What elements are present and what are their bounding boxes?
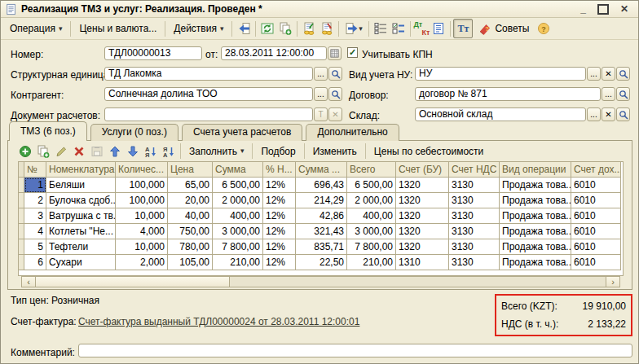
- kpn-checkbox-label[interactable]: Учитывать КПН: [362, 49, 433, 60]
- column-header[interactable]: Счет (БУ): [396, 162, 449, 178]
- table-cell[interactable]: Тефтели: [46, 239, 116, 255]
- actions-menu-button[interactable]: Действия ▾: [168, 20, 229, 37]
- clear-icon[interactable]: ✕: [328, 107, 342, 121]
- change-button[interactable]: Изменить: [307, 144, 363, 159]
- prices-currency-button[interactable]: Цены и валюта...: [73, 20, 162, 37]
- table-cell[interactable]: 2 000,00: [347, 193, 396, 208]
- column-header[interactable]: Номенклатура: [46, 162, 116, 178]
- tab-settlement-accounts[interactable]: Счета учета расчетов: [182, 124, 302, 141]
- minimize-icon[interactable]: _: [580, 5, 586, 13]
- table-cell[interactable]: Котлеты "Не...: [46, 224, 116, 239]
- table-cell[interactable]: 400,00: [347, 208, 396, 224]
- table-cell[interactable]: Булочка сдоб...: [46, 193, 116, 208]
- table-cell[interactable]: 12%: [263, 208, 296, 224]
- tips-button[interactable]: ? Советы: [473, 20, 535, 37]
- close-icon[interactable]: ✕: [620, 5, 628, 13]
- table-cell[interactable]: 1310: [396, 255, 449, 270]
- column-header[interactable]: Сумма ...: [296, 162, 347, 178]
- tab-tmz[interactable]: ТМЗ (6 поз.): [9, 121, 87, 141]
- table-cell[interactable]: Продажа това...: [500, 239, 571, 255]
- table-cell[interactable]: 210,00: [347, 255, 396, 270]
- table-cell[interactable]: 40,00: [168, 208, 213, 224]
- tab-services[interactable]: Услуги (0 поз.): [90, 124, 178, 141]
- table-cell[interactable]: 100,000: [116, 193, 168, 208]
- report-icon[interactable]: [430, 20, 447, 37]
- pick-button[interactable]: Подбор: [255, 144, 301, 159]
- table-cell[interactable]: 12%: [263, 193, 296, 208]
- settings-list-icon[interactable]: [390, 20, 408, 37]
- settlement-doc-field[interactable]: [104, 107, 313, 121]
- column-header[interactable]: №: [24, 162, 46, 178]
- magnifier-icon[interactable]: [616, 107, 630, 121]
- table-row[interactable]: 6Сухари2,000105,00210,0012%22,50210,0013…: [19, 255, 623, 270]
- table-cell[interactable]: 750,00: [168, 224, 213, 239]
- move-up-icon[interactable]: [106, 143, 124, 160]
- table-cell[interactable]: 7 800,00: [213, 239, 263, 255]
- table-cell[interactable]: 3130: [449, 224, 500, 239]
- table-cell[interactable]: 6010: [571, 193, 621, 208]
- table-cell[interactable]: Продажа това...: [500, 255, 571, 270]
- tab-additional[interactable]: Дополнительно: [306, 124, 399, 141]
- type-select-icon[interactable]: T: [314, 107, 328, 121]
- table-cell[interactable]: Продажа това...: [500, 224, 571, 239]
- comment-field[interactable]: [78, 344, 632, 357]
- table-cell[interactable]: 1320: [396, 224, 449, 239]
- invoice-link[interactable]: Счет-фактура выданный ТДЛ00000024 от 28.…: [78, 316, 359, 327]
- column-header[interactable]: Количес...: [116, 162, 168, 178]
- column-header[interactable]: % Н...: [263, 162, 296, 178]
- calendar-icon[interactable]: [328, 46, 342, 60]
- date-field[interactable]: 28.03.2011 12:00:00: [221, 46, 327, 60]
- table-cell[interactable]: 6010: [571, 255, 621, 270]
- post-document-icon[interactable]: [258, 20, 276, 37]
- table-cell[interactable]: 1320: [396, 193, 449, 208]
- table-cell[interactable]: 2,000: [116, 255, 168, 270]
- magnifier-icon[interactable]: [616, 87, 630, 101]
- table-cell[interactable]: 3130: [449, 239, 500, 255]
- table-cell[interactable]: 3130: [449, 208, 500, 224]
- table-cell[interactable]: 12%: [263, 239, 296, 255]
- table-cell[interactable]: 65,00: [168, 178, 213, 193]
- table-row[interactable]: 5Тефтели10,000780,007 800,0012%835,717 8…: [19, 239, 623, 255]
- kpn-checkbox[interactable]: ✓: [347, 47, 358, 58]
- table-cell[interactable]: 20,00: [168, 193, 213, 208]
- table-cell[interactable]: 12%: [263, 224, 296, 239]
- copy-row-icon[interactable]: [34, 143, 52, 160]
- enter-on-basis-icon[interactable]: [300, 20, 318, 37]
- table-cell[interactable]: 6010: [571, 239, 621, 255]
- scroll-right-icon[interactable]: ›: [606, 277, 619, 287]
- table-cell[interactable]: 3130: [449, 178, 500, 193]
- magnifier-icon[interactable]: [616, 67, 630, 81]
- table-cell[interactable]: 6 500,00: [347, 178, 396, 193]
- table-cell[interactable]: 4,000: [116, 224, 168, 239]
- table-cell[interactable]: Ватрушка с тв...: [46, 208, 116, 224]
- scroll-left-icon[interactable]: ‹: [22, 277, 36, 287]
- row-number-cell[interactable]: 4: [24, 224, 46, 239]
- table-cell[interactable]: 6 500,00: [213, 178, 263, 193]
- table-cell[interactable]: 696,43: [296, 178, 347, 193]
- goto-menu-icon[interactable]: ▾: [342, 20, 366, 37]
- table-row[interactable]: 3Ватрушка с тв...10,00040,00400,0012%42,…: [19, 208, 623, 224]
- scrollbar-thumb[interactable]: [36, 277, 230, 287]
- help-icon[interactable]: ?: [535, 20, 553, 37]
- column-header[interactable]: Цена: [168, 162, 213, 178]
- table-row[interactable]: 2Булочка сдоб...100,00020,002 000,0012%2…: [19, 193, 623, 208]
- row-number-cell[interactable]: 2: [24, 193, 46, 208]
- row-number-cell[interactable]: 3: [24, 208, 46, 224]
- table-cell[interactable]: Сухари: [46, 255, 116, 270]
- structural-unit-field[interactable]: ТД Лакомка: [104, 67, 313, 81]
- magnifier-icon[interactable]: [328, 87, 342, 101]
- nu-kind-field[interactable]: НУ: [415, 67, 586, 81]
- counterparty-field[interactable]: Солнечная долина ТОО: [104, 87, 313, 101]
- table-cell[interactable]: 6010: [571, 224, 621, 239]
- edit-row-icon[interactable]: [52, 143, 70, 160]
- tt-toggle-button[interactable]: Тт: [453, 19, 473, 38]
- copy-document-icon[interactable]: [276, 20, 294, 37]
- table-cell[interactable]: 835,71: [296, 239, 347, 255]
- table-cell[interactable]: Продажа това...: [500, 208, 571, 224]
- end-edit-icon[interactable]: [88, 143, 106, 160]
- maximize-icon[interactable]: [597, 4, 609, 15]
- column-header[interactable]: Счет дох...: [571, 162, 621, 178]
- row-number-cell[interactable]: 1: [24, 178, 46, 193]
- table-cell[interactable]: 1320: [396, 178, 449, 193]
- delete-row-icon[interactable]: [70, 143, 88, 160]
